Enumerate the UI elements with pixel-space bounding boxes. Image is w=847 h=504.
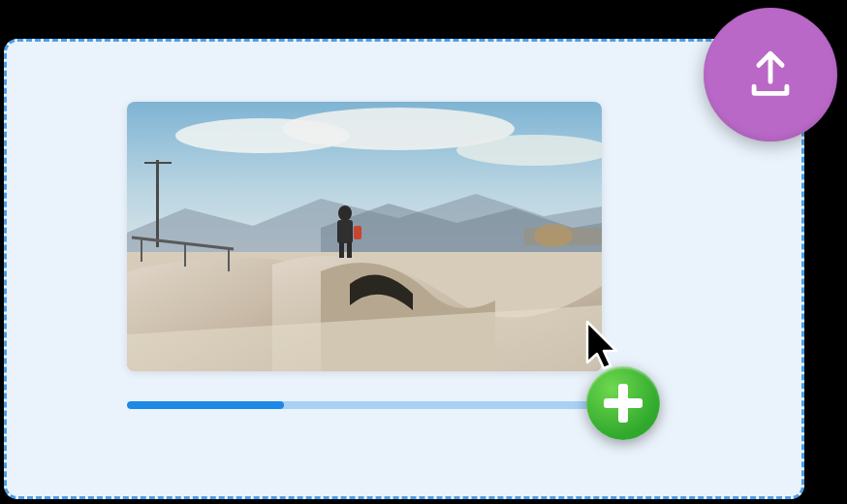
video-thumbnail[interactable] (127, 102, 602, 371)
svg-rect-17 (354, 226, 361, 239)
svg-rect-15 (339, 242, 344, 258)
svg-rect-14 (337, 220, 353, 243)
upload-icon (742, 47, 799, 103)
svg-rect-7 (144, 162, 172, 164)
upload-button[interactable] (704, 8, 837, 142)
upload-progress-bar (127, 401, 602, 409)
svg-rect-6 (156, 160, 159, 247)
add-button[interactable] (586, 366, 660, 440)
svg-rect-16 (347, 242, 352, 258)
video-thumbnail-image (127, 102, 602, 371)
upload-progress-fill (127, 401, 284, 409)
svg-point-13 (338, 205, 352, 221)
svg-point-5 (534, 224, 573, 247)
upload-dropzone[interactable] (4, 39, 804, 499)
